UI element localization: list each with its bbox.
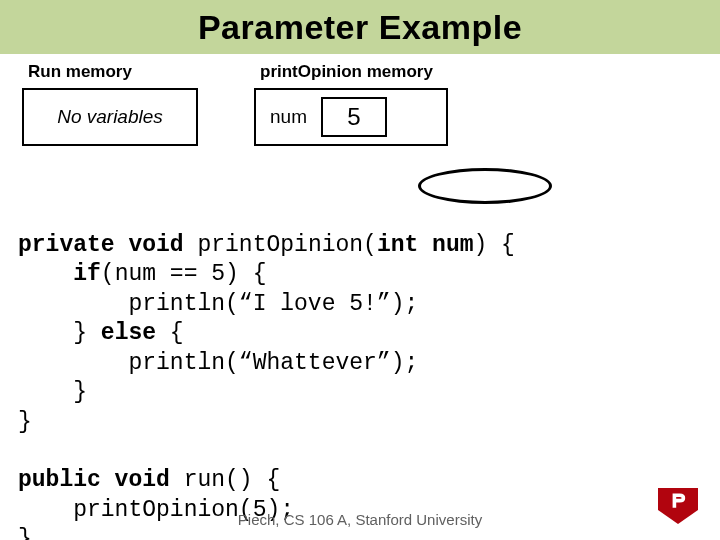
code-text: print xyxy=(184,232,267,258)
code-text: println(“Whattever”); xyxy=(18,350,418,376)
code-keyword: if xyxy=(18,261,101,287)
code-text: (num == 5) { xyxy=(101,261,267,287)
run-memory-box: No variables xyxy=(22,88,198,146)
run-memory-heading: Run memory xyxy=(28,62,198,82)
code-keyword: public void xyxy=(18,467,170,493)
slide-title: Parameter Example xyxy=(198,8,522,47)
run-memory-column: Run memory No variables xyxy=(22,62,198,146)
variable-name: num xyxy=(270,106,307,128)
code-text: { xyxy=(156,320,184,346)
code-text: ) { xyxy=(474,232,515,258)
code-text: run() { xyxy=(170,467,280,493)
title-bar: Parameter Example xyxy=(0,0,720,54)
code-text: Opinion( xyxy=(266,232,376,258)
code-text: } xyxy=(18,409,32,435)
code-block: private void printOpinion(int num) { if(… xyxy=(18,172,720,540)
printopinion-memory-column: printOpinion memory num 5 xyxy=(254,62,448,146)
stanford-logo-icon xyxy=(654,486,702,526)
parameter-highlight-oval xyxy=(418,168,552,204)
variable-value: 5 xyxy=(347,103,360,131)
code-keyword: private void xyxy=(18,232,184,258)
printopinion-memory-heading: printOpinion memory xyxy=(260,62,448,82)
memory-row: Run memory No variables printOpinion mem… xyxy=(22,62,720,146)
code-text: println(“I love 5!”); xyxy=(18,291,418,317)
code-param: int num xyxy=(377,232,474,258)
code-text: } xyxy=(18,379,87,405)
printopinion-memory-box: num 5 xyxy=(254,88,448,146)
variable-value-box: 5 xyxy=(321,97,387,137)
code-text: } xyxy=(18,526,32,540)
footer-text: Piech, CS 106 A, Stanford University xyxy=(0,511,720,528)
code-text: } xyxy=(18,320,101,346)
no-variables-label: No variables xyxy=(57,106,163,128)
code-keyword: else xyxy=(101,320,156,346)
